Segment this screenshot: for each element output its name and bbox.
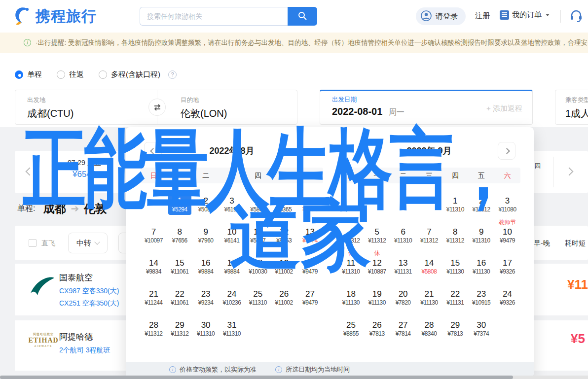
- calendar-day-cell[interactable]: 2¥5085: [193, 195, 219, 226]
- calendar-day-cell[interactable]: 28¥11312: [141, 319, 167, 350]
- calendar-day-cell[interactable]: 24¥10236: [219, 288, 245, 319]
- holiday-tag: 休: [338, 249, 364, 258]
- calendar-day-cell[interactable]: 30¥7374: [468, 319, 494, 350]
- calendar-day-cell[interactable]: 18¥11130: [338, 288, 364, 319]
- calendar-day-cell[interactable]: 26¥7813: [364, 319, 390, 350]
- calendar-day-cell[interactable]: 22¥11061: [167, 288, 193, 319]
- calendar-day-cell[interactable]: 11¥5937: [245, 226, 271, 257]
- calendar-day-cell[interactable]: 7¥11312: [416, 226, 442, 257]
- calendar-day-cell[interactable]: 28¥8340: [416, 319, 442, 350]
- calendar-day-cell[interactable]: 16¥9884: [193, 257, 219, 288]
- search-icon: [297, 11, 307, 22]
- calendar-day-cell[interactable]: 1¥11310: [442, 195, 468, 226]
- calendar-day-cell[interactable]: 23¥9234: [193, 288, 219, 319]
- calendar-day-cell[interactable]: 14¥5808: [416, 257, 442, 288]
- calendar-day-cell[interactable]: 休11¥11310: [338, 257, 364, 288]
- calendar-day-cell[interactable]: 15¥11061: [167, 257, 193, 288]
- login-label: 请登录: [436, 12, 458, 21]
- add-return-button[interactable]: + 添加返程: [486, 104, 522, 113]
- calendar-day-cell[interactable]: 24¥9326: [494, 288, 520, 319]
- trip-type-roundtrip[interactable]: 往返: [57, 70, 84, 79]
- calendar-day-cell[interactable]: 4¥5898: [245, 195, 271, 226]
- multi-airline-link[interactable]: 2个航司 3程航班: [59, 346, 110, 355]
- calendar-day-cell[interactable]: 8¥7656: [167, 226, 193, 257]
- sort-by-time[interactable]: 早-晚: [534, 239, 550, 248]
- weekday-header: 日一二三四五六: [141, 168, 323, 183]
- calendar-day-cell[interactable]: 15¥11130: [442, 257, 468, 288]
- calendar-day-cell[interactable]: 23¥10915: [468, 288, 494, 319]
- destination-field[interactable]: 目的地 伦敦(LON): [181, 96, 227, 120]
- calendar-day-cell[interactable]: 19¥11130: [364, 288, 390, 319]
- calendar-day-cell[interactable]: 12¥8553: [271, 226, 297, 257]
- calendar-day-cell[interactable]: 17¥9326: [494, 257, 520, 288]
- calendar-day-cell[interactable]: 2¥11312: [468, 195, 494, 226]
- search-button[interactable]: [288, 7, 317, 26]
- weekday-label: 日: [338, 168, 364, 183]
- calendar-day-cell[interactable]: 17¥9884: [219, 257, 245, 288]
- calendar-day-cell[interactable]: 休12¥10887: [364, 257, 390, 288]
- calendar-day-cell[interactable]: 教师节10¥9479: [494, 226, 520, 257]
- calendar-day-cell[interactable]: 25¥11310: [245, 288, 271, 319]
- calendar-day-cell[interactable]: 29¥7813: [442, 319, 468, 350]
- calendar-day-cell[interactable]: 27¥9479: [297, 288, 323, 319]
- flight-number-link[interactable]: CX987 空客330(大): [59, 287, 119, 296]
- scrollbar-thumb[interactable]: [0, 376, 513, 379]
- origin-field[interactable]: 出发地 成都(CTU): [27, 96, 74, 120]
- calendar-day-cell[interactable]: 21¥11130: [416, 288, 442, 319]
- calendar-day-cell[interactable]: 6¥11310: [390, 226, 416, 257]
- my-orders-menu[interactable]: 我的订单: [500, 10, 550, 20]
- calendar-day-cell[interactable]: 13¥11131: [390, 257, 416, 288]
- passenger-type-card[interactable]: 乘客类型 1成人: [555, 90, 588, 125]
- calendar-day-cell[interactable]: 19¥11002: [271, 257, 297, 288]
- search-input[interactable]: [140, 7, 288, 26]
- calendar-day-cell[interactable]: 9¥7960: [193, 226, 219, 257]
- calendar-day-cell[interactable]: 18¥10030: [245, 257, 271, 288]
- calendar-day-cell[interactable]: 8¥11312: [442, 226, 468, 257]
- login-button[interactable]: 请登录: [416, 7, 466, 25]
- calendar-day-cell[interactable]: 20¥9479: [297, 257, 323, 288]
- oneway-label: 单程: [27, 70, 42, 79]
- results-title: 单程: 成都 ➔ 伦敦: [17, 200, 107, 217]
- calendar-day-cell[interactable]: 25¥8855: [338, 319, 364, 350]
- customer-service-icon[interactable]: [568, 8, 584, 26]
- calendar-day-cell[interactable]: 7¥10097: [141, 226, 167, 257]
- to-city: 伦敦: [84, 201, 107, 216]
- strip-price[interactable]: ¥6543: [73, 170, 96, 179]
- departure-date-card[interactable]: 出发日期 2022-08-01 周一 + 添加返程: [320, 90, 533, 125]
- calendar-day-cell[interactable]: 21¥11244: [141, 288, 167, 319]
- register-link[interactable]: 注册: [475, 11, 490, 21]
- calendar-day-cell[interactable]: 10¥6141: [219, 226, 245, 257]
- calendar-day-cell[interactable]: 9¥11310: [468, 226, 494, 257]
- horizontal-scrollbar[interactable]: [0, 376, 588, 379]
- weekday-label: 六: [494, 168, 520, 183]
- strip-prev-icon[interactable]: [26, 168, 34, 176]
- direct-flight-checkbox[interactable]: [29, 239, 37, 247]
- strip-date[interactable]: 07-29 周五: [68, 159, 101, 168]
- sort-by-duration[interactable]: 耗时短: [565, 239, 586, 248]
- transfer-filter-dropdown[interactable]: 中转: [68, 233, 108, 253]
- calendar-day-cell[interactable]: 13¥4774: [297, 226, 323, 257]
- calendar-day-cell[interactable]: 6¥4774: [297, 195, 323, 226]
- origin-value: 成都(CTU): [27, 107, 74, 120]
- radio-selected-icon: [15, 70, 23, 79]
- calendar-day-cell[interactable]: 27¥7814: [390, 319, 416, 350]
- flight-number-link[interactable]: CX251 空客350(大): [59, 299, 119, 308]
- strip-next-icon[interactable]: [565, 168, 574, 176]
- calendar-day-cell[interactable]: 16¥11130: [468, 257, 494, 288]
- calendar-day-cell[interactable]: 22¥11131: [442, 288, 468, 319]
- calendar-day-cell[interactable]: 1¥5294: [167, 195, 193, 226]
- calendar-day-cell[interactable]: 14¥9834: [141, 257, 167, 288]
- calendar-day-cell[interactable]: 31¥11310: [219, 319, 245, 350]
- calendar-day-cell[interactable]: 20¥7820: [390, 288, 416, 319]
- calendar-day-cell[interactable]: 3¥6198: [219, 195, 245, 226]
- trip-type-oneway[interactable]: 单程: [15, 70, 42, 79]
- swap-cities-button[interactable]: [148, 99, 166, 116]
- calendar-day-cell[interactable]: 30¥11310: [193, 319, 219, 350]
- help-icon[interactable]: ?: [168, 70, 177, 79]
- trip-label: 单程:: [17, 204, 35, 214]
- calendar-day-cell[interactable]: 29¥11312: [167, 319, 193, 350]
- ctrip-logo[interactable]: 携程旅行: [13, 5, 97, 27]
- trip-type-multicity[interactable]: 多程(含缺口程): [99, 70, 160, 79]
- calendar-day-cell[interactable]: 26¥11002: [271, 288, 297, 319]
- calendar-day-cell[interactable]: 5¥6365: [271, 195, 297, 226]
